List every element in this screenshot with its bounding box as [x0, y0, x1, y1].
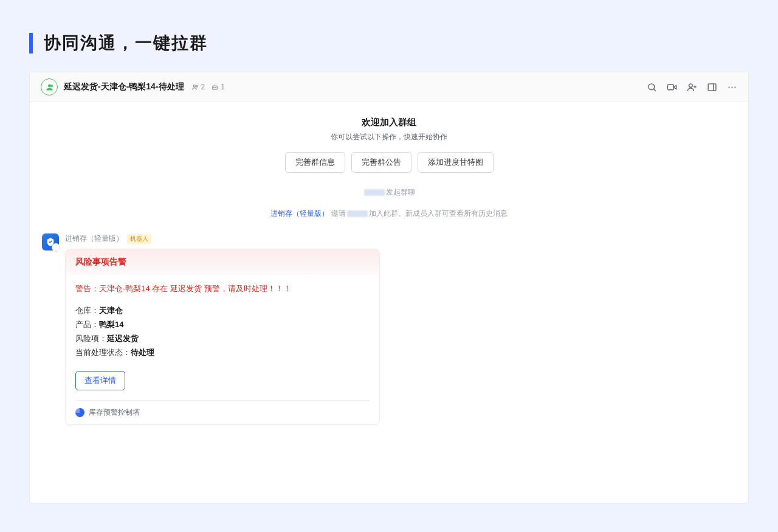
search-icon[interactable] — [647, 82, 657, 92]
message-row: 进销存（轻量版） 机器人 风险事项告警 警告：天津仓-鸭梨14 存在 延迟发货 … — [42, 233, 736, 425]
svg-point-0 — [50, 85, 53, 87]
video-call-icon[interactable] — [667, 82, 677, 92]
svg-point-16 — [728, 86, 729, 88]
add-member-icon[interactable] — [687, 82, 697, 92]
alert-risk-field: 风险项：延迟发货 — [75, 333, 370, 344]
svg-point-18 — [734, 86, 735, 88]
svg-line-8 — [653, 89, 656, 91]
group-name: 延迟发货-天津仓-鸭梨14-待处理 — [64, 81, 184, 92]
alert-card: 风险事项告警 警告：天津仓-鸭梨14 存在 延迟发货 预警，请及时处理！！！ 仓… — [65, 249, 380, 425]
inviter-app-link[interactable]: 进销存（轻量版） — [270, 209, 329, 218]
svg-point-17 — [731, 86, 732, 88]
group-avatar-icon — [41, 78, 58, 95]
system-invite-message: 进销存（轻量版） 邀请加入此群。新成员入群可查看所有历史消息 — [42, 209, 736, 219]
welcome-section: 欢迎加入群组 你可以尝试以下操作，快速开始协作 完善群信息 完善群公告 添加进度… — [42, 117, 736, 173]
alert-status-field: 当前处理状态：待处理 — [75, 347, 370, 358]
svg-rect-9 — [667, 85, 673, 90]
alert-product-field: 产品：鸭梨14 — [75, 319, 370, 330]
redacted-name — [347, 210, 368, 217]
svg-point-5 — [216, 87, 216, 88]
more-icon[interactable] — [727, 82, 737, 92]
members-count[interactable]: 2 — [191, 83, 205, 91]
system-created-message: 发起群聊 — [42, 187, 736, 198]
complete-group-info-button[interactable]: 完善群信息 — [285, 152, 345, 173]
footer-source-text: 库存预警控制塔 — [89, 407, 140, 418]
chat-header: 延迟发货-天津仓-鸭梨14-待处理 2 1 — [30, 72, 748, 102]
sender-name: 进销存（轻量版） — [65, 233, 123, 244]
bot-avatar-icon — [42, 233, 59, 250]
redacted-name — [364, 189, 385, 196]
svg-point-2 — [196, 85, 198, 87]
svg-point-1 — [193, 85, 195, 86]
alert-card-title: 风险事项告警 — [75, 257, 370, 268]
add-gantt-button[interactable]: 添加进度甘特图 — [418, 152, 494, 173]
complete-announcement-button[interactable]: 完善群公告 — [351, 152, 411, 173]
alert-card-footer[interactable]: 库存预警控制塔 — [75, 400, 370, 424]
bots-count[interactable]: 1 — [211, 83, 225, 91]
view-details-button[interactable]: 查看详情 — [75, 371, 125, 390]
svg-point-11 — [689, 83, 693, 87]
svg-point-4 — [214, 87, 215, 88]
title-accent-bar — [29, 33, 33, 54]
page-title: 协同沟通，一键拉群 — [44, 32, 208, 55]
panel-icon[interactable] — [707, 82, 717, 92]
svg-point-7 — [649, 83, 655, 89]
welcome-subtitle: 你可以尝试以下操作，快速开始协作 — [42, 132, 736, 142]
footer-source-icon — [75, 408, 84, 417]
chat-window: 延迟发货-天津仓-鸭梨14-待处理 2 1 — [29, 72, 749, 503]
bot-tag: 机器人 — [127, 234, 151, 244]
alert-warehouse-field: 仓库：天津仓 — [75, 305, 370, 316]
alert-warning-text: 警告：天津仓-鸭梨14 存在 延迟发货 预警，请及时处理！！！ — [75, 283, 370, 294]
svg-rect-14 — [708, 83, 716, 90]
welcome-title: 欢迎加入群组 — [42, 117, 736, 128]
